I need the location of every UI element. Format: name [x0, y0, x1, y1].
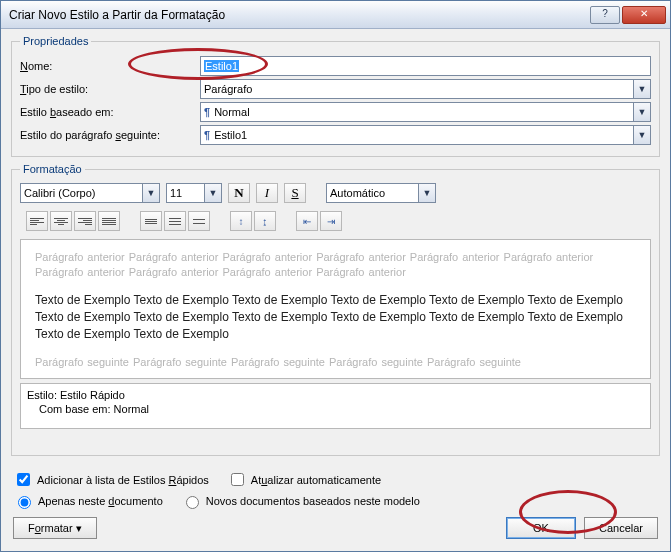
bold-button[interactable]: N	[228, 183, 250, 203]
name-input[interactable]: Estilo1	[200, 56, 651, 76]
align-right-button[interactable]	[74, 211, 96, 231]
decrease-indent-button[interactable]: ⇤	[296, 211, 318, 231]
chevron-down-icon: ▼	[418, 184, 435, 202]
pilcrow-icon: ¶	[204, 129, 210, 141]
para-spacing-group: ↕ ↨	[230, 211, 276, 231]
align-center-button[interactable]	[50, 211, 72, 231]
only-this-document-radio[interactable]: Apenas neste documento	[13, 493, 163, 509]
formatting-toolbar-2: ↕ ↨ ⇤ ⇥	[20, 209, 651, 239]
indent-group: ⇤ ⇥	[296, 211, 342, 231]
preview-sample: Texto de Exemplo Texto de Exemplo Texto …	[35, 292, 636, 343]
following-style-value: Estilo1	[214, 129, 247, 141]
italic-button[interactable]: I	[256, 183, 278, 203]
font-value: Calibri (Corpo)	[24, 187, 96, 199]
align-left-button[interactable]	[26, 211, 48, 231]
following-style-label: Estilo do parágrafo seguinte:	[20, 129, 200, 141]
window-title: Criar Novo Estilo a Partir da Formatação	[9, 8, 590, 22]
based-on-combo[interactable]: ¶ Normal ▼	[200, 102, 651, 122]
formatting-legend: Formatação	[20, 163, 85, 175]
preview-pane: Parágrafo anterior Parágrafo anterior Pa…	[20, 239, 651, 379]
name-value: Estilo1	[204, 60, 239, 72]
close-button[interactable]: ✕	[622, 6, 666, 24]
preview-after: Parágrafo seguinte Parágrafo seguinte Pa…	[35, 355, 636, 370]
decrease-space-before-button[interactable]: ↨	[254, 211, 276, 231]
font-color-value: Automático	[330, 187, 385, 199]
chevron-down-icon: ▼	[633, 80, 650, 98]
based-on-value: Normal	[214, 106, 249, 118]
new-documents-radio[interactable]: Novos documentos baseados neste modelo	[181, 493, 420, 509]
chevron-down-icon: ▼	[633, 126, 650, 144]
style-info: Estilo: Estilo Rápido Com base em: Norma…	[20, 383, 651, 429]
add-to-quick-styles-checkbox[interactable]: Adicionar à lista de Estilos Rápidos	[13, 470, 209, 489]
formatting-group: Formatação Calibri (Corpo) ▼ 11 ▼ N I S …	[11, 163, 660, 456]
info-line-2: Com base em: Normal	[27, 402, 644, 416]
name-label: Nome:	[20, 60, 200, 72]
spacing-2-button[interactable]	[188, 211, 210, 231]
alignment-group	[26, 211, 120, 231]
auto-update-checkbox[interactable]: Atualizar automaticamente	[227, 470, 381, 489]
chevron-down-icon: ▼	[142, 184, 159, 202]
bottom-bar: Formatar ▾ OK Cancelar	[11, 517, 660, 541]
spacing-1-button[interactable]	[140, 211, 162, 231]
only-this-document-input[interactable]	[18, 496, 31, 509]
increase-space-before-button[interactable]: ↕	[230, 211, 252, 231]
titlebar: Criar Novo Estilo a Partir da Formatação…	[1, 1, 670, 29]
properties-legend: Propriedades	[20, 35, 91, 47]
add-to-quick-styles-input[interactable]	[17, 473, 30, 486]
font-color-combo[interactable]: Automático ▼	[326, 183, 436, 203]
spacing-1-5-button[interactable]	[164, 211, 186, 231]
chevron-down-icon: ▾	[76, 522, 82, 534]
increase-indent-button[interactable]: ⇥	[320, 211, 342, 231]
chevron-down-icon: ▼	[204, 184, 221, 202]
chevron-down-icon: ▼	[633, 103, 650, 121]
font-size-combo[interactable]: 11 ▼	[166, 183, 222, 203]
window-buttons: ? ✕	[590, 6, 666, 24]
properties-group: Propriedades Nome: Estilo1 Tipo de estil…	[11, 35, 660, 157]
dialog-window: Criar Novo Estilo a Partir da Formatação…	[0, 0, 671, 552]
style-type-label: Tipo de estilo:	[20, 83, 200, 95]
help-button[interactable]: ?	[590, 6, 620, 24]
formatting-toolbar-1: Calibri (Corpo) ▼ 11 ▼ N I S Automático …	[20, 181, 651, 209]
following-style-combo[interactable]: ¶ Estilo1 ▼	[200, 125, 651, 145]
preview-before: Parágrafo anterior Parágrafo anterior Pa…	[35, 250, 636, 280]
dialog-content: Propriedades Nome: Estilo1 Tipo de estil…	[1, 29, 670, 551]
style-type-combo[interactable]: Parágrafo ▼	[200, 79, 651, 99]
format-button[interactable]: Formatar ▾	[13, 517, 97, 539]
auto-update-input[interactable]	[231, 473, 244, 486]
info-line-1: Estilo: Estilo Rápido	[27, 388, 644, 402]
align-justify-button[interactable]	[98, 211, 120, 231]
options-area: Adicionar à lista de Estilos Rápidos Atu…	[11, 462, 660, 517]
font-size-value: 11	[170, 187, 182, 199]
pilcrow-icon: ¶	[204, 106, 210, 118]
ok-button[interactable]: OK	[506, 517, 576, 539]
new-documents-input[interactable]	[186, 496, 199, 509]
based-on-label: Estilo baseado em:	[20, 106, 200, 118]
new-documents-label: Novos documentos baseados neste modelo	[206, 495, 420, 507]
linespacing-group	[140, 211, 210, 231]
cancel-button[interactable]: Cancelar	[584, 517, 658, 539]
underline-button[interactable]: S	[284, 183, 306, 203]
style-type-value: Parágrafo	[204, 83, 252, 95]
font-combo[interactable]: Calibri (Corpo) ▼	[20, 183, 160, 203]
